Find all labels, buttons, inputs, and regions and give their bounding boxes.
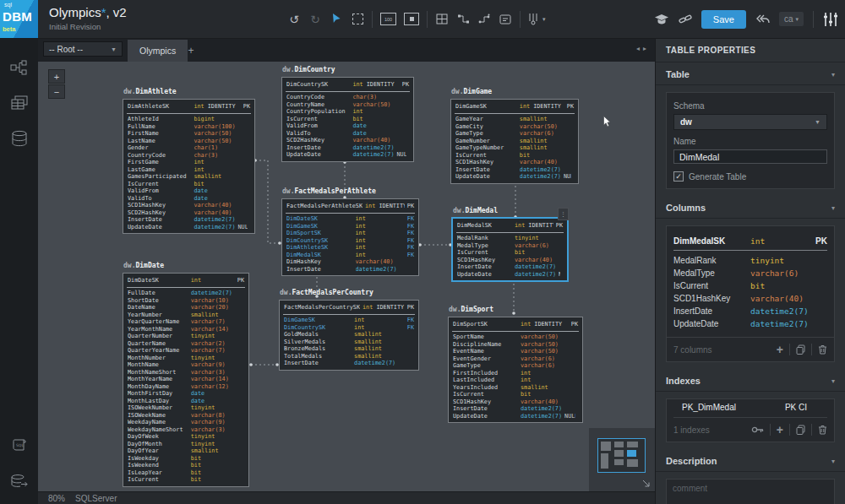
section-table[interactable]: Table▾ xyxy=(656,62,845,85)
column-row[interactable]: SCD2HashKeyvarchar(40) xyxy=(282,137,413,144)
column-row[interactable]: InsertDatedatetime2(7) xyxy=(449,405,582,413)
diagram-table-dimcountry[interactable]: dw.DimCountryDimCountrySKint IDENTITYPKC… xyxy=(281,66,414,162)
learn-icon[interactable] xyxy=(654,10,669,29)
pointer-icon[interactable] xyxy=(330,10,343,29)
tab-scroll-arrows[interactable]: ◂▸ xyxy=(636,45,650,52)
column-row[interactable]: ValidFromdate xyxy=(123,187,254,195)
column-row[interactable]: SCD2HashKeyvarchar(40) xyxy=(123,209,254,217)
column-row[interactable]: MedalTypevarchar(6) xyxy=(453,242,567,250)
column-row[interactable]: IsWeekdaybit xyxy=(123,455,248,463)
column-row[interactable]: IsCurrentbit xyxy=(453,249,567,257)
database-icon[interactable] xyxy=(0,121,38,156)
column-row[interactable]: InsertDatedatetime2(7) xyxy=(282,266,418,274)
section-indexes[interactable]: Indexes▾ xyxy=(656,369,845,392)
panel-column-row[interactable]: InsertDatedatetime2(7) xyxy=(673,305,827,317)
zoom-out-button[interactable]: − xyxy=(48,84,65,99)
diagrams-icon[interactable] xyxy=(0,85,38,121)
column-row[interactable]: FirstNamevarchar(50) xyxy=(123,130,254,138)
pk-column-row[interactable]: DimAthleteSKint IDENTITYPK xyxy=(123,101,254,112)
column-row[interactable]: MonthDayNamevarchar(12) xyxy=(123,383,248,391)
grid-icon[interactable] xyxy=(435,10,449,29)
model-icon[interactable] xyxy=(0,50,38,85)
diagram-table-dimathlete[interactable]: dw.DimAthleteDimAthleteSKint IDENTITYPKA… xyxy=(123,88,255,234)
column-row[interactable]: MedalRanktinyint xyxy=(453,235,567,242)
zoom-level[interactable]: 80% xyxy=(48,494,65,503)
diagram-table-factmedalsperathlete[interactable]: dw.FactMedalsPerAthleteFactMedalsPerAthl… xyxy=(281,187,419,276)
column-row[interactable]: DateNamevarchar(20) xyxy=(123,304,248,312)
view-columns-icon[interactable]: ▾ xyxy=(528,10,546,29)
column-row[interactable]: DimAthleteSKintFK xyxy=(282,244,418,252)
column-row[interactable]: QuarterYearNamevarchar(7) xyxy=(123,347,248,355)
diagram-table-dimmedal[interactable]: dw.DimMedal⋮DimMedalSKint IDENTITYPKMeda… xyxy=(452,207,568,281)
column-row[interactable]: SCD1HashKeyvarchar(40) xyxy=(451,159,578,166)
panel-pk-row[interactable]: DimMedalSKintPK xyxy=(673,233,827,248)
column-row[interactable]: InsertDatedatetime2(7) xyxy=(282,144,413,152)
column-row[interactable]: UpdateDatedatetime2(7)NULL xyxy=(451,173,578,181)
column-row[interactable]: UpdateDatedatetime2(7)NULL xyxy=(449,413,582,420)
pk-column-row[interactable]: DimSportSKint IDENTITYPK xyxy=(449,319,582,330)
column-row[interactable]: MonthNamevarchar(9) xyxy=(123,361,248,369)
column-row[interactable]: IsLeapYearbit xyxy=(123,469,248,477)
column-row[interactable]: SCD1HashKeyvarchar(40) xyxy=(453,257,567,264)
column-row[interactable]: MonthNameShortvarchar(3) xyxy=(123,369,248,377)
column-row[interactable]: IsCurrentbit xyxy=(282,116,413,123)
column-row[interactable]: DimMedalSKintFK xyxy=(282,252,418,259)
column-row[interactable]: EventGendervarchar(6) xyxy=(449,355,582,363)
link-icon[interactable] xyxy=(679,10,692,29)
column-row[interactable]: GameYearsmallint xyxy=(451,116,578,123)
panel-toggle-icon[interactable] xyxy=(823,10,838,29)
pk-column-row[interactable]: DimCountrySKint IDENTITYPK xyxy=(282,79,413,90)
section-columns[interactable]: Columns▾ xyxy=(656,196,845,219)
column-row[interactable]: YearNumbersmallint xyxy=(123,312,248,319)
column-row[interactable]: SCD1HashKeyvarchar(40) xyxy=(123,202,254,209)
column-row[interactable]: ShortDatevarchar(10) xyxy=(123,297,248,305)
column-row[interactable]: Genderchar(1) xyxy=(123,144,254,152)
key-icon[interactable] xyxy=(751,425,764,434)
column-row[interactable]: DayOfMonthtinyint xyxy=(123,441,248,448)
marquee-select-icon[interactable] xyxy=(351,10,364,29)
column-row[interactable]: IsCurrentbit xyxy=(123,181,254,188)
column-row[interactable]: DimCountrySKintFK xyxy=(280,324,418,332)
pk-column-row[interactable]: DimMedalSKint IDENTITYPK xyxy=(453,220,567,231)
column-row[interactable]: CountryPopulationint xyxy=(282,108,413,116)
project-title[interactable]: Olympics*, v2 xyxy=(49,5,127,19)
forward-engineer-icon[interactable] xyxy=(0,463,38,499)
pk-column-row[interactable]: DimGameSKint IDENTITYPK xyxy=(451,101,578,112)
column-row[interactable]: UpdateDatedatetime2(7)NULL xyxy=(453,271,567,279)
column-row[interactable]: ISOWeekNumbertinyint xyxy=(123,404,248,412)
column-row[interactable]: IsCurrentbit xyxy=(123,476,248,484)
column-row[interactable]: LastNamevarchar(50) xyxy=(123,138,254,145)
column-row[interactable]: DimCountrySKintFK xyxy=(282,237,418,245)
connector-icon[interactable] xyxy=(456,10,470,29)
panel-column-row[interactable]: SCD1HashKeyvarchar(40) xyxy=(673,292,827,305)
panel-column-row[interactable]: UpdateDatedatetime2(7) xyxy=(673,317,827,330)
copy-column-icon[interactable] xyxy=(796,344,805,355)
column-row[interactable]: GameTypeNumbersmallint xyxy=(451,144,578,152)
panel-column-row[interactable]: MedalRanktinyint xyxy=(673,254,827,267)
zoom-100-icon[interactable]: 100 xyxy=(380,13,396,25)
diagram-table-dimdate[interactable]: dw.DimDateDimDateSKintPKFullDatedatetime… xyxy=(123,262,249,487)
column-row[interactable]: LastGameint xyxy=(123,166,254,174)
table-menu-icon[interactable]: ⋮ xyxy=(558,208,569,220)
column-row[interactable]: SportNamevarchar(50) xyxy=(449,333,582,341)
column-row[interactable]: GameCityvarchar(50) xyxy=(451,123,578,131)
column-row[interactable]: CountryNamevarchar(50) xyxy=(282,101,413,109)
column-row[interactable]: FullDatedatetime2(7) xyxy=(123,290,248,297)
description-textarea[interactable] xyxy=(666,479,835,504)
column-row[interactable]: CountryCodechar(3) xyxy=(123,152,254,160)
zoom-in-button[interactable]: + xyxy=(48,69,65,84)
diagram-table-dimgame[interactable]: dw.DimGameDimGameSKint IDENTITYPKGameYea… xyxy=(450,88,579,184)
undo-icon[interactable]: ↺ xyxy=(287,10,301,29)
pk-column-row[interactable]: DimDateSKintPK xyxy=(123,275,248,286)
column-row[interactable]: GameNumbersmallint xyxy=(451,138,578,145)
column-row[interactable]: MonthYearNamevarchar(14) xyxy=(123,376,248,383)
diagram-table-dimsport[interactable]: dw.DimSportDimSportSKint IDENTITYPKSport… xyxy=(448,306,583,423)
minimap[interactable] xyxy=(597,438,646,473)
column-row[interactable]: GameTypevarchar(6) xyxy=(449,362,582,370)
section-description[interactable]: Description▾ xyxy=(656,449,845,472)
column-row[interactable]: InsertDatedatetime2(7) xyxy=(280,360,418,367)
column-row[interactable]: MonthFirstDaydate xyxy=(123,390,248,398)
diagram-canvas[interactable]: + − dw.DimAthleteDimAthleteSKint IDENTIT… xyxy=(38,62,655,491)
pk-column-row[interactable]: FactMedalsPerCountrySKint IDENTITYPK xyxy=(280,302,418,313)
minimap-resize-icon[interactable] xyxy=(642,480,651,489)
